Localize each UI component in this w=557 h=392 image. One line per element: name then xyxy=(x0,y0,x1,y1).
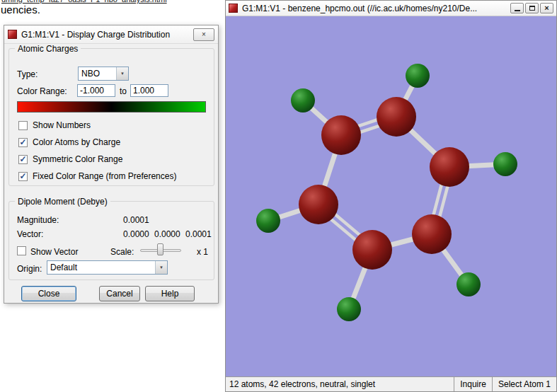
magnitude-label: Magnitude: xyxy=(17,215,59,225)
status-inquire[interactable]: Inquire xyxy=(454,377,492,391)
atomic-charges-group-label: Atomic Charges xyxy=(15,44,81,54)
dialog-close-button[interactable]: × xyxy=(193,28,214,41)
color-atoms-checkbox[interactable]: ✓ xyxy=(18,138,28,147)
dipole-moment-group-label: Dipole Moment (Debye) xyxy=(15,197,110,207)
status-info: 12 atoms, 42 electrons, neutral, singlet xyxy=(226,377,454,391)
dialog-title: G1:M1:V1 - Display Charge Distribution xyxy=(21,30,214,40)
vector-z-value: 0.0001 xyxy=(185,229,212,239)
fixed-range-checkbox[interactable]: ✓ xyxy=(18,172,28,181)
chevron-down-icon[interactable]: ▼ xyxy=(155,261,167,274)
show-numbers-checkbox[interactable] xyxy=(18,121,28,130)
gaussview-icon xyxy=(8,30,17,39)
chevron-down-icon[interactable]: ▼ xyxy=(116,67,128,80)
close-icon: × xyxy=(544,4,549,12)
carbon-atom[interactable] xyxy=(352,230,392,270)
origin-value: Default xyxy=(47,261,155,274)
hydrogen-atom[interactable] xyxy=(337,297,361,321)
cancel-button[interactable]: Cancel xyxy=(99,286,140,301)
scale-label: Scale: xyxy=(110,247,134,257)
symmetric-range-label: Symmetric Color Range xyxy=(33,154,122,164)
show-numbers-row[interactable]: Show Numbers xyxy=(18,117,91,134)
maximize-icon xyxy=(529,6,535,11)
fixed-range-row[interactable]: ✓ Fixed Color Range (from Preferences) xyxy=(18,168,176,185)
viewer-statusbar: 12 atoms, 42 electrons, neutral, singlet… xyxy=(226,376,556,391)
carbon-atom[interactable] xyxy=(412,214,452,254)
charge-type-dropdown[interactable]: NBO ▼ xyxy=(78,67,129,81)
carbon-atom[interactable] xyxy=(430,147,469,187)
symmetric-range-row[interactable]: ✓ Symmetric Color Range xyxy=(18,151,122,168)
viewer-title: G1:M1:V1 - benzene_hpcmo.out (//ic.ac.uk… xyxy=(242,4,507,13)
carbon-atom[interactable] xyxy=(299,185,338,224)
desktop: { "glyphs": { "dropdown_arrow": "▼", "ch… xyxy=(0,0,557,392)
scale-value: x 1 xyxy=(197,247,208,257)
window-controls: × xyxy=(510,3,553,13)
benzene-molecule[interactable] xyxy=(226,16,556,376)
minimize-icon xyxy=(515,10,520,11)
charge-type-value: NBO xyxy=(79,67,116,80)
fixed-range-label: Fixed Color Range (from Preferences) xyxy=(33,171,176,181)
color-atoms-row[interactable]: ✓ Color Atoms by Charge xyxy=(18,134,120,151)
help-button[interactable]: Help xyxy=(145,286,195,301)
viewer-viewport[interactable] xyxy=(226,16,556,376)
molecule-viewer-window: G1:M1:V1 - benzene_hpcmo.out (//ic.ac.uk… xyxy=(225,0,557,392)
close-button[interactable]: Close xyxy=(21,286,76,301)
close-icon: × xyxy=(202,30,206,38)
origin-dropdown[interactable]: Default ▼ xyxy=(47,260,168,275)
hydrogen-atom[interactable] xyxy=(256,209,280,233)
color-gradient-bar xyxy=(17,101,206,113)
type-label: Type: xyxy=(17,69,38,79)
close-button[interactable]: × xyxy=(540,3,553,13)
vector-x-value: 0.0000 xyxy=(123,229,149,239)
show-vector-checkbox[interactable] xyxy=(17,246,26,255)
to-label: to xyxy=(120,86,127,96)
color-range-max-input[interactable] xyxy=(130,84,168,97)
origin-label: Origin: xyxy=(17,264,42,274)
show-vector-label: Show Vector xyxy=(30,247,78,257)
minimize-button[interactable] xyxy=(510,3,524,13)
viewer-titlebar[interactable]: G1:M1:V1 - benzene_hpcmo.out (//ic.ac.uk… xyxy=(226,1,556,16)
color-range-min-input[interactable] xyxy=(77,84,115,97)
hydrogen-atom[interactable] xyxy=(493,152,517,176)
color-range-label: Color Range: xyxy=(17,86,67,96)
color-atoms-label: Color Atoms by Charge xyxy=(33,137,120,147)
hydrogen-atom[interactable] xyxy=(456,272,481,296)
hydrogen-atom[interactable] xyxy=(406,64,430,88)
magnitude-value: 0.0001 xyxy=(123,215,149,225)
charge-distribution-dialog: G1:M1:V1 - Display Charge Distribution ×… xyxy=(4,25,219,304)
dialog-titlebar[interactable]: G1:M1:V1 - Display Charge Distribution xyxy=(4,25,218,44)
slider-thumb[interactable] xyxy=(157,243,163,255)
status-select-atom[interactable]: Select Atom 1 xyxy=(492,377,556,391)
carbon-atom[interactable] xyxy=(321,115,361,155)
vector-y-value: 0.0000 xyxy=(154,229,180,239)
vector-label: Vector: xyxy=(17,229,43,239)
background-text-fragment: uencies. xyxy=(1,4,40,16)
maximize-button[interactable] xyxy=(525,3,539,13)
carbon-atom[interactable] xyxy=(377,97,416,137)
hydrogen-atom[interactable] xyxy=(291,88,315,113)
gaussview-icon xyxy=(229,4,238,13)
scale-slider[interactable] xyxy=(140,243,181,256)
symmetric-range-checkbox[interactable]: ✓ xyxy=(18,155,28,164)
show-numbers-label: Show Numbers xyxy=(33,120,91,130)
